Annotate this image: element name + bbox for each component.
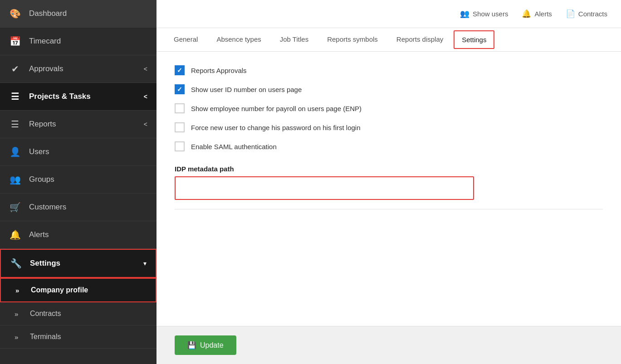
checkbox-label-reports-approvals: Reports Approvals — [191, 67, 247, 74]
sidebar-item-label: Customers — [29, 203, 66, 212]
projects-icon: ☰ — [9, 91, 21, 102]
idp-input[interactable] — [175, 176, 474, 200]
double-chevron-icon: » — [15, 286, 24, 294]
chevron-icon: < — [144, 121, 147, 128]
sidebar-item-label: Groups — [29, 175, 54, 184]
sidebar-item-dashboard[interactable]: 🎨 Dashboard — [0, 0, 156, 28]
alerts-button[interactable]: 🔔 Alerts — [522, 9, 552, 19]
tab-absence-types[interactable]: Absence types — [208, 29, 269, 51]
sidebar-item-reports[interactable]: ☰ Reports < — [0, 111, 156, 138]
idp-label: IDP metadata path — [175, 165, 603, 173]
timecard-icon: 📅 — [9, 36, 21, 47]
checkbox-show-user-id[interactable] — [175, 84, 185, 94]
groups-icon: 👥 — [9, 174, 21, 185]
sidebar-subitem-company-profile[interactable]: » Company profile — [0, 278, 156, 302]
reports-icon: ☰ — [9, 119, 21, 130]
sidebar-subitem-label: Contracts — [30, 310, 61, 318]
chevron-down-icon: ▾ — [143, 260, 147, 267]
alerts-label: Alerts — [534, 10, 552, 18]
topbar: 👥 Show users 🔔 Alerts 📄 Contracts — [156, 0, 621, 28]
checkbox-row-saml: Enable SAML authentication — [175, 141, 603, 151]
sidebar-item-label: Timecard — [29, 37, 61, 46]
double-chevron-icon: » — [15, 310, 24, 318]
sidebar-item-users[interactable]: 👤 Users — [0, 138, 156, 166]
sidebar-item-settings[interactable]: 🔧 Settings ▾ — [0, 249, 156, 278]
checkbox-force-password[interactable] — [175, 122, 185, 132]
checkbox-row-reports-approvals: Reports Approvals — [175, 65, 603, 75]
checkbox-saml[interactable] — [175, 141, 185, 151]
show-users-label: Show users — [473, 10, 508, 18]
main-content: 👥 Show users 🔔 Alerts 📄 Contracts Genera… — [156, 0, 621, 364]
settings-icon: 🔧 — [10, 258, 22, 269]
update-label: Update — [200, 341, 224, 349]
show-users-icon: 👥 — [460, 9, 469, 19]
footer-area: 💾 Update — [156, 326, 621, 364]
settings-content: Reports Approvals Show user ID number on… — [156, 52, 621, 326]
sidebar-item-groups[interactable]: 👥 Groups — [0, 166, 156, 194]
sidebar-item-label: Dashboard — [29, 9, 67, 18]
double-chevron-icon: » — [15, 333, 24, 341]
sidebar-item-approvals[interactable]: ✔ Approvals < — [0, 55, 156, 83]
sidebar-item-label: Projects & Tasks — [29, 92, 91, 101]
tab-reports-symbols[interactable]: Reports symbols — [319, 29, 386, 51]
customers-icon: 🛒 — [9, 202, 21, 213]
sidebar-subitem-label: Terminals — [30, 333, 61, 341]
checkbox-show-employee[interactable] — [175, 103, 185, 113]
idp-field-section: IDP metadata path — [175, 165, 603, 200]
approvals-icon: ✔ — [9, 63, 21, 74]
checkbox-label-saml: Enable SAML authentication — [191, 143, 277, 150]
sidebar-item-timecard[interactable]: 📅 Timecard — [0, 28, 156, 55]
tabs: General Absence types Job Titles Reports… — [156, 28, 621, 52]
tab-general[interactable]: General — [166, 29, 206, 51]
sidebar-item-projects[interactable]: ☰ Projects & Tasks < — [0, 83, 156, 111]
bell-icon: 🔔 — [522, 9, 531, 19]
sidebar: 🎨 Dashboard 📅 Timecard ✔ Approvals < ☰ P… — [0, 0, 156, 364]
sidebar-item-label: Alerts — [29, 230, 49, 239]
sidebar-item-alerts[interactable]: 🔔 Alerts — [0, 221, 156, 249]
update-button[interactable]: 💾 Update — [175, 335, 236, 355]
checkbox-row-show-user-id: Show user ID number on users page — [175, 84, 603, 94]
save-icon: 💾 — [187, 341, 196, 349]
tab-job-titles[interactable]: Job Titles — [272, 29, 317, 51]
users-icon: 👤 — [9, 146, 21, 157]
checkbox-reports-approvals[interactable] — [175, 65, 185, 75]
sidebar-subitem-label: Company profile — [31, 286, 88, 294]
sidebar-subitem-contracts[interactable]: » Contracts — [0, 302, 156, 325]
checkbox-label-show-employee: Show employee number for payroll on user… — [191, 105, 362, 112]
sidebar-subitem-terminals[interactable]: » Terminals — [0, 325, 156, 349]
document-icon: 📄 — [566, 9, 575, 19]
chevron-icon: < — [144, 93, 147, 100]
contracts-label: Contracts — [578, 10, 607, 18]
contracts-button[interactable]: 📄 Contracts — [566, 9, 607, 19]
alerts-icon: 🔔 — [9, 229, 21, 240]
checkbox-row-force-password: Force new user to change his password on… — [175, 122, 603, 132]
sidebar-item-label: Reports — [29, 120, 56, 129]
checkbox-row-show-employee: Show employee number for payroll on user… — [175, 103, 603, 113]
sidebar-item-label: Users — [29, 147, 49, 156]
checkbox-label-force-password: Force new user to change his password on… — [191, 124, 361, 131]
sidebar-item-customers[interactable]: 🛒 Customers — [0, 194, 156, 221]
checkbox-label-show-user-id: Show user ID number on users page — [191, 86, 302, 93]
settings-section: Reports Approvals Show user ID number on… — [175, 65, 603, 209]
sidebar-item-label: Approvals — [29, 64, 64, 73]
dashboard-icon: 🎨 — [9, 8, 21, 19]
sidebar-item-label: Settings — [30, 259, 60, 268]
tab-settings[interactable]: Settings — [454, 30, 494, 49]
show-users-button[interactable]: 👥 Show users — [460, 9, 508, 19]
tab-reports-display[interactable]: Reports display — [388, 29, 451, 51]
chevron-icon: < — [144, 65, 147, 73]
